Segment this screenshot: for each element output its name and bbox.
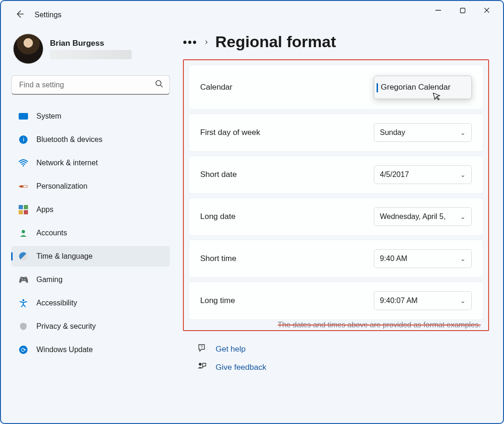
help-links: ? Get help Give feedback bbox=[183, 343, 489, 373]
settings-panel-highlight: Calendar Gregorian Calendar First day of… bbox=[183, 59, 489, 331]
setting-row-short-time: Short time 9:40 AM ⌄ bbox=[189, 240, 483, 278]
sidebar-item-label: Accessibility bbox=[36, 299, 77, 307]
setting-label: Short date bbox=[200, 170, 237, 179]
back-button[interactable] bbox=[15, 9, 24, 21]
sidebar-item-personalization[interactable]: 🖌 Personalization bbox=[11, 176, 170, 197]
sidebar-item-bluetooth[interactable]: ᚼ Bluetooth & devices bbox=[11, 129, 170, 150]
long-date-dropdown[interactable]: Wednesday, April 5, ⌄ bbox=[374, 207, 472, 226]
sidebar-item-label: Windows Update bbox=[36, 346, 93, 354]
update-icon: ⟳ bbox=[19, 345, 28, 354]
svg-point-4 bbox=[156, 81, 161, 86]
give-feedback-link[interactable]: Give feedback bbox=[216, 363, 266, 372]
dropdown-value: 9:40 AM bbox=[380, 254, 407, 263]
setting-label: First day of week bbox=[200, 128, 260, 137]
sidebar-item-label: Privacy & security bbox=[36, 322, 96, 331]
maximize-button[interactable] bbox=[451, 1, 474, 19]
system-icon bbox=[19, 112, 28, 121]
dropdown-value: Gregorian Calendar bbox=[381, 83, 450, 92]
give-feedback-row: Give feedback bbox=[197, 361, 489, 373]
sidebar-item-time-language[interactable]: Time & language bbox=[11, 246, 170, 267]
breadcrumb-more-icon[interactable]: ••• bbox=[183, 35, 197, 49]
setting-label: Long time bbox=[200, 296, 235, 305]
svg-point-8 bbox=[22, 299, 24, 301]
sidebar-item-label: Time & language bbox=[36, 252, 92, 261]
nav-list: System ᚼ Bluetooth & devices Network & i… bbox=[11, 106, 170, 360]
sidebar-item-label: Apps bbox=[36, 205, 53, 214]
first-day-dropdown[interactable]: Sunday ⌄ bbox=[374, 123, 472, 142]
svg-line-5 bbox=[161, 85, 162, 87]
app-title: Settings bbox=[35, 11, 62, 19]
profile-email-redacted bbox=[50, 50, 132, 59]
sidebar-item-label: Gaming bbox=[36, 276, 63, 284]
svg-text:?: ? bbox=[200, 345, 203, 349]
sidebar-item-label: Accounts bbox=[36, 229, 67, 237]
sidebar-item-label: Personalization bbox=[36, 182, 87, 191]
format-examples-note: The dates and times above are provided a… bbox=[189, 321, 483, 329]
chevron-right-icon: › bbox=[205, 37, 208, 47]
sidebar-item-label: Network & internet bbox=[36, 159, 98, 167]
feedback-icon bbox=[197, 361, 207, 373]
get-help-link[interactable]: Get help bbox=[216, 345, 245, 354]
apps-icon bbox=[19, 205, 28, 214]
search-input[interactable] bbox=[11, 75, 170, 95]
close-button[interactable] bbox=[475, 1, 498, 19]
sidebar: Brian Burgess System ᚼ Bluetooth & devic… bbox=[1, 29, 183, 380]
setting-row-long-date: Long date Wednesday, April 5, ⌄ bbox=[189, 198, 483, 236]
sidebar-item-network[interactable]: Network & internet bbox=[11, 153, 170, 173]
main-content: ••• › Regional format Calendar Gregorian… bbox=[183, 29, 503, 380]
sidebar-item-accessibility[interactable]: Accessibility bbox=[11, 293, 170, 313]
accessibility-icon bbox=[19, 298, 28, 308]
setting-label: Calendar bbox=[200, 83, 232, 92]
chevron-down-icon: ⌄ bbox=[460, 129, 466, 136]
chevron-down-icon: ⌄ bbox=[460, 297, 466, 304]
svg-rect-1 bbox=[460, 8, 465, 13]
chevron-down-icon: ⌄ bbox=[460, 213, 466, 220]
calendar-dropdown-open[interactable]: Gregorian Calendar bbox=[374, 76, 472, 99]
cursor-icon bbox=[433, 91, 443, 104]
svg-point-7 bbox=[22, 230, 25, 233]
chevron-down-icon: ⌄ bbox=[460, 171, 466, 178]
sidebar-item-windows-update[interactable]: ⟳ Windows Update bbox=[11, 339, 170, 360]
setting-row-short-date: Short date 4/5/2017 ⌄ bbox=[189, 155, 483, 194]
chevron-down-icon: ⌄ bbox=[460, 255, 466, 262]
bluetooth-icon: ᚼ bbox=[19, 135, 28, 144]
sidebar-item-apps[interactable]: Apps bbox=[11, 199, 170, 220]
setting-row-first-day: First day of week Sunday ⌄ bbox=[189, 113, 483, 152]
search-icon bbox=[155, 80, 163, 91]
dropdown-value: 4/5/2017 bbox=[380, 170, 409, 179]
avatar bbox=[13, 34, 43, 64]
sidebar-item-system[interactable]: System bbox=[11, 106, 170, 127]
search-wrap bbox=[11, 75, 170, 95]
page-title: Regional format bbox=[215, 33, 336, 51]
sidebar-item-gaming[interactable]: 🎮 Gaming bbox=[11, 269, 170, 290]
brush-icon: 🖌 bbox=[17, 180, 30, 193]
gaming-icon: 🎮 bbox=[19, 275, 28, 284]
short-date-dropdown[interactable]: 4/5/2017 ⌄ bbox=[374, 165, 472, 184]
dropdown-value: Wednesday, April 5, bbox=[380, 212, 446, 221]
window-controls bbox=[427, 1, 503, 20]
setting-row-long-time: Long time 9:40:07 AM ⌄ bbox=[189, 282, 483, 320]
accounts-icon bbox=[19, 228, 28, 238]
dropdown-value: Sunday bbox=[380, 128, 405, 137]
time-language-icon bbox=[19, 252, 28, 261]
profile-block[interactable]: Brian Burgess bbox=[13, 34, 170, 64]
setting-label: Long date bbox=[200, 212, 236, 221]
shield-icon bbox=[19, 322, 28, 331]
sidebar-item-accounts[interactable]: Accounts bbox=[11, 223, 170, 243]
dropdown-value: 9:40:07 AM bbox=[380, 297, 418, 305]
wifi-icon bbox=[19, 158, 28, 168]
sidebar-item-label: Bluetooth & devices bbox=[36, 135, 102, 144]
setting-label: Short time bbox=[200, 254, 236, 263]
svg-point-10 bbox=[199, 363, 202, 366]
sidebar-item-label: System bbox=[36, 112, 61, 120]
setting-row-calendar: Calendar Gregorian Calendar bbox=[189, 65, 483, 110]
breadcrumb: ••• › Regional format bbox=[183, 33, 489, 51]
long-time-dropdown[interactable]: 9:40:07 AM ⌄ bbox=[374, 291, 472, 310]
short-time-dropdown[interactable]: 9:40 AM ⌄ bbox=[374, 249, 472, 268]
svg-point-6 bbox=[23, 165, 24, 167]
sidebar-item-privacy[interactable]: Privacy & security bbox=[11, 316, 170, 337]
get-help-row: ? Get help bbox=[197, 343, 489, 355]
minimize-button[interactable] bbox=[427, 1, 450, 19]
profile-name: Brian Burgess bbox=[50, 39, 132, 48]
help-icon: ? bbox=[197, 343, 207, 355]
